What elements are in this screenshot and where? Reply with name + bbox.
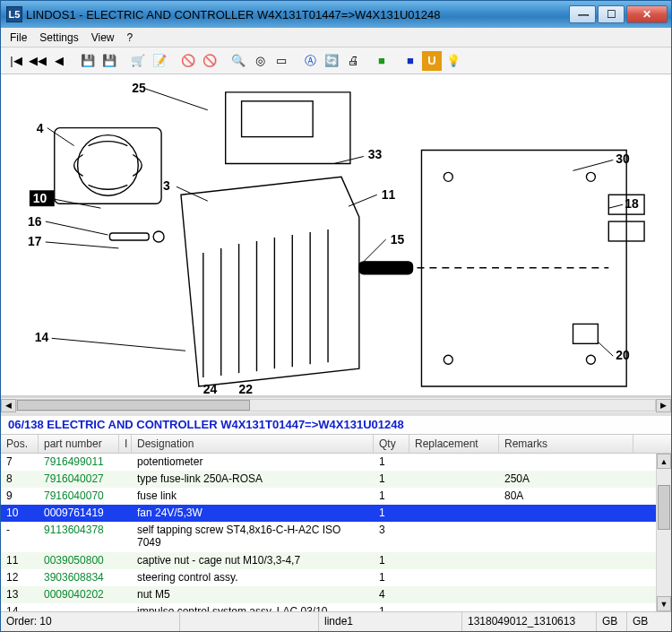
status-lang-2: GB — [627, 612, 658, 631]
cell-qty: 4 — [374, 586, 409, 603]
nav-prev-button[interactable]: ◀ — [49, 51, 69, 71]
cell-qty: 1 — [374, 454, 409, 471]
cell-part-number: 7916040027 — [39, 471, 119, 488]
cell-part-number: 7916040070 — [39, 488, 119, 505]
cell-replacement — [409, 569, 499, 586]
table-row[interactable]: 77916499011potentiometer1 — [1, 454, 671, 471]
diagram-viewport[interactable]: 25 4 10 3 16 17 11 15 33 14 24 22 30 18 … — [1, 74, 671, 397]
menu-settings[interactable]: Settings — [39, 31, 78, 44]
svg-rect-16 — [573, 324, 599, 343]
cell-pos: 14 — [1, 603, 39, 611]
table-row[interactable]: 87916040027type fuse-link 250A-ROSA1250A — [1, 471, 671, 488]
status-empty — [180, 612, 319, 631]
scroll-down-arrow[interactable]: ▼ — [657, 596, 671, 611]
blue-square-button[interactable]: ■ — [401, 51, 420, 71]
menu-help[interactable]: ? — [127, 31, 134, 44]
grid-body[interactable]: 77916499011potentiometer187916040027type… — [1, 454, 671, 611]
cell-part-number: 7916499011 — [39, 454, 119, 471]
filter-off-2-button[interactable]: 🚫 — [200, 51, 220, 71]
callout-11: 11 — [382, 187, 396, 202]
toolbar: |◀ ◀◀ ◀ 💾 💾 🛒 📝 🚫 🚫 🔍 ◎ ▭ Ⓐ 🔄 🖨 ■ ■ U 💡 — [1, 48, 671, 74]
cell-remarks: 80A — [499, 488, 633, 505]
nav-first-button[interactable]: |◀ — [6, 51, 26, 71]
col-qty[interactable]: Qty — [374, 435, 409, 453]
refresh-button[interactable]: 🔄 — [322, 51, 341, 71]
callout-4: 4 — [37, 121, 44, 135]
cell-replacement — [409, 488, 499, 505]
table-row[interactable]: 123903608834steering control assy.1 — [1, 569, 671, 586]
cell-designation: nut M5 — [132, 586, 374, 603]
target-button[interactable]: ◎ — [250, 51, 270, 71]
cell-remarks — [499, 522, 633, 552]
svg-line-27 — [46, 221, 108, 235]
viewport-horizontal-scrollbar[interactable]: ◀ ▶ — [1, 397, 671, 412]
col-i[interactable]: I — [119, 435, 132, 453]
cell-qty: 1 — [374, 471, 409, 488]
cell-pos: - — [1, 522, 39, 552]
cell-remarks: 250A — [499, 471, 633, 488]
col-repl[interactable]: Replacement — [409, 435, 499, 453]
cell-designation: type fuse-link 250A-ROSA — [132, 471, 374, 488]
green-square-button[interactable]: ■ — [372, 51, 392, 71]
callout-24: 24 — [203, 382, 218, 395]
filter-off-1-button[interactable]: 🚫 — [178, 51, 198, 71]
parts-grid: Pos. part number I Designation Qty Repla… — [1, 434, 671, 611]
minimize-button[interactable] — [569, 5, 596, 23]
nav-rewind-button[interactable]: ◀◀ — [28, 51, 47, 71]
cell-designation: potentiometer — [132, 454, 374, 471]
lamp-button[interactable]: 💡 — [444, 51, 463, 71]
table-row[interactable]: 97916040070fuse link180A — [1, 488, 671, 505]
status-lang-1: GB — [597, 612, 627, 631]
cell-designation: captive nut - cage nut M10/3,3-4,7 — [132, 552, 374, 569]
cart-button[interactable]: 🛒 — [128, 51, 148, 71]
cell-designation: fan 24V/5,3W — [132, 505, 374, 522]
svg-line-23 — [145, 89, 208, 110]
save-1-button[interactable]: 💾 — [78, 51, 98, 71]
grid-header-row: Pos. part number I Designation Qty Repla… — [1, 434, 671, 454]
svg-line-24 — [47, 128, 74, 146]
scroll-right-arrow[interactable]: ▶ — [656, 399, 671, 412]
callout-22: 22 — [239, 382, 254, 395]
grid-vertical-scrollbar[interactable]: ▲ ▼ — [656, 454, 671, 611]
callout-30: 30 — [616, 152, 630, 166]
svg-line-28 — [46, 242, 119, 248]
save-2-button[interactable]: 💾 — [99, 51, 119, 71]
col-des[interactable]: Designation — [132, 435, 374, 453]
status-user: linde1 — [319, 612, 462, 631]
cell-replacement — [409, 552, 499, 569]
table-row[interactable]: 130009040202nut M54 — [1, 586, 671, 603]
table-row[interactable]: 14impulse control system assy. LAC 03/10… — [1, 603, 671, 611]
col-rem[interactable]: Remarks — [499, 435, 633, 453]
svg-line-29 — [349, 195, 377, 206]
menu-file[interactable]: File — [10, 31, 27, 44]
cell-part-number — [39, 603, 119, 611]
app-icon: L5 — [6, 6, 22, 22]
cell-designation: fuse link — [132, 488, 374, 505]
page-fit-button[interactable]: ▭ — [271, 51, 291, 71]
cell-remarks — [499, 505, 633, 522]
menu-view[interactable]: View — [91, 31, 115, 44]
scroll-left-arrow[interactable]: ◀ — [1, 399, 16, 412]
svg-point-1 — [78, 135, 139, 196]
table-row[interactable]: -9113604378self tapping screw ST4,8x16-C… — [1, 522, 671, 552]
svg-line-33 — [573, 160, 614, 170]
cell-designation: impulse control system assy. LAC 03/10 — [132, 603, 374, 611]
zoom-button[interactable]: 🔍 — [228, 51, 248, 71]
u-box-button[interactable]: U — [422, 51, 442, 71]
table-row[interactable]: 100009761419fan 24V/5,3W1 — [1, 505, 671, 522]
cell-remarks — [499, 586, 633, 603]
maximize-button[interactable] — [598, 5, 625, 23]
note-button[interactable]: 📝 — [150, 51, 169, 71]
svg-rect-21 — [242, 101, 314, 137]
cell-pos: 8 — [1, 471, 39, 488]
table-row[interactable]: 110039050800captive nut - cage nut M10/3… — [1, 552, 671, 569]
cell-designation: self tapping screw ST4,8x16-C-H-A2C ISO … — [132, 522, 374, 552]
scroll-up-arrow[interactable]: ▲ — [657, 454, 671, 469]
tag-a-button[interactable]: Ⓐ — [300, 51, 320, 71]
col-pn[interactable]: part number — [39, 435, 119, 453]
close-button[interactable] — [626, 5, 668, 23]
svg-line-31 — [334, 156, 364, 163]
print-button[interactable]: 🖨 — [343, 51, 363, 71]
status-order: Order: 10 — [1, 612, 180, 631]
col-pos[interactable]: Pos. — [1, 435, 39, 453]
